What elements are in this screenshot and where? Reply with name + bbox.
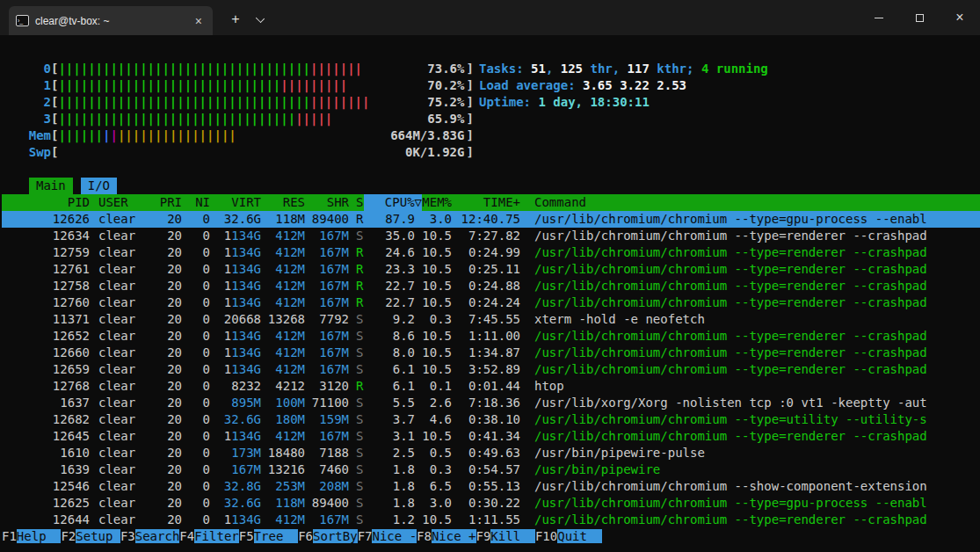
cell-virt: 32.8G (210, 478, 261, 495)
column-header-time[interactable]: TIME+ (452, 194, 520, 211)
column-header-res[interactable]: RES (261, 194, 305, 211)
cell-pri: 20 (158, 278, 182, 294)
screen-tab-main[interactable]: Main (29, 178, 73, 194)
process-row-12682[interactable]: 12682clear20032.6G180M159MS3.74.60:38.10… (2, 411, 980, 428)
cell-time: 1:11.55 (452, 512, 520, 528)
cell-time: 0:54.57 (452, 461, 520, 478)
fkey-f7-nice[interactable]: F7Nice - (358, 529, 417, 543)
cell-time: 7:27.82 (452, 228, 520, 244)
maximize-button[interactable] (899, 0, 940, 35)
column-header-ni[interactable]: NI (182, 194, 210, 211)
cell-res: 412M (261, 228, 305, 244)
screen-tab-i-o[interactable]: I/O (81, 178, 117, 194)
process-row-11371[interactable]: 11371clear20020668132687792S9.20.37:45.5… (2, 311, 980, 328)
fkey-label: F9 (476, 529, 491, 543)
cell-time: 1:11.00 (452, 328, 520, 345)
process-row-12626[interactable]: 12626clear20032.6G118M89400R87.93.012:40… (2, 211, 980, 228)
cell-res: 412M (261, 261, 305, 278)
column-header-pid[interactable]: PID (2, 194, 90, 211)
cell-pri: 20 (158, 428, 182, 445)
process-row-1637[interactable]: 1637clear200895M100M71100S5.52.67:18.36/… (2, 395, 980, 411)
cell-mem: 10.5 (422, 328, 452, 345)
close-button[interactable]: × (940, 0, 980, 35)
meter-bracket: [ (51, 112, 58, 126)
process-row-12659[interactable]: 12659clear2001134G412M167MS6.110.53:52.8… (2, 361, 980, 378)
fkey-label: F6 (298, 529, 313, 543)
text-run: 180M (275, 412, 305, 426)
text-run: 3.22 (620, 78, 657, 92)
fkey-f6-sortby[interactable]: F6SortBy (298, 529, 357, 543)
new-tab-button[interactable]: + (225, 11, 246, 28)
cell-cpu: 5.5 (364, 395, 422, 411)
tab-dropdown-chevron-icon[interactable] (257, 15, 265, 23)
column-header-pri[interactable]: PRI (158, 194, 182, 211)
fkey-f4-filter[interactable]: F4Filter (179, 529, 238, 543)
cell-user: clear (90, 228, 158, 244)
fkey-f5-tree[interactable]: F5Tree (239, 529, 298, 543)
process-row-12660[interactable]: 12660clear2001134G412M167MS8.010.51:34.8… (2, 345, 980, 361)
cell-virt: 173M (210, 445, 261, 461)
process-row-1639[interactable]: 1639clear200167M132167460S1.80.30:54.57/… (2, 461, 980, 478)
process-row-12645[interactable]: 12645clear2001134G412M167MS3.110.50:41.3… (2, 428, 980, 445)
cell-time: 0:24.99 (452, 244, 520, 261)
cell-mem: 10.5 (422, 512, 452, 528)
cell-ni: 0 (182, 345, 210, 361)
text-run: 4 running (701, 62, 768, 76)
table-header-row: PIDUSERPRINIVIRTRESSHRSCPU%▽MEM%TIME+Com… (2, 194, 980, 211)
text-run: 134G (231, 429, 261, 443)
cell-virt: 1134G (210, 361, 261, 378)
process-row-12644[interactable]: 12644clear2001134G412M167MS1.210.51:11.5… (2, 512, 980, 528)
tab-close-icon[interactable]: × (192, 14, 206, 28)
process-row-12625[interactable]: 12625clear20032.6G118M89400S1.83.00:30.2… (2, 495, 980, 512)
fkey-f1-help[interactable]: F1Help (2, 529, 61, 543)
process-row-12760[interactable]: 12760clear2001134G412M167MR22.710.50:24.… (2, 294, 980, 311)
column-header-user[interactable]: USER (90, 194, 158, 211)
cell-res: 118M (261, 495, 305, 512)
cell-shr: 167M (305, 328, 349, 345)
fkey-f8-nice+[interactable]: F8Nice + (417, 529, 475, 543)
process-row-1610[interactable]: 1610clear200173M184807188S2.50.50:49.63/… (2, 445, 980, 461)
cell-pri: 20 (158, 495, 182, 512)
cell-s: S (349, 411, 364, 428)
process-row-12634[interactable]: 12634clear2001134G412M167MS35.010.57:27.… (2, 228, 980, 244)
text-run: 32.8G (224, 479, 261, 493)
fkey-f9-kill[interactable]: F9Kill (476, 529, 535, 543)
process-row-12759[interactable]: 12759clear2001134G412M167MR24.610.50:24.… (2, 244, 980, 261)
fkey-f10-quit[interactable]: F10Quit (535, 529, 602, 543)
fkey-f3-search[interactable]: F3Search (120, 529, 179, 543)
process-row-12758[interactable]: 12758clear2001134G412M167MR22.710.50:24.… (2, 278, 980, 294)
cell-user: clear (90, 411, 158, 428)
column-header-mem[interactable]: MEM% (422, 194, 452, 211)
cell-pid: 12758 (2, 278, 90, 294)
meter-value: 70.2% (427, 77, 464, 94)
text-run: 125 (561, 62, 583, 76)
meter-1: 1[||||||||||||||||||||||||||||||||||||||… (2, 77, 479, 94)
column-header-cmd[interactable]: Command (520, 194, 980, 211)
cell-s: S (349, 512, 364, 528)
process-row-12761[interactable]: 12761clear2001134G412M167MR23.310.50:25.… (2, 261, 980, 278)
cell-pid: 12760 (2, 294, 90, 311)
fkey-f2-setup[interactable]: F2Setup (61, 529, 120, 543)
process-row-12652[interactable]: 12652clear2001134G412M167MS8.610.51:11.0… (2, 328, 980, 345)
cell-mem: 10.5 (422, 345, 452, 361)
column-header-shr[interactable]: SHR (305, 194, 349, 211)
minimize-button[interactable] (859, 0, 899, 35)
cell-pid: 12546 (2, 478, 90, 495)
function-key-bar: F1Help F2Setup F3SearchF4FilterF5Tree F6… (2, 528, 980, 545)
column-header-cpu[interactable]: CPU%▽ (364, 194, 422, 211)
column-header-s[interactable]: S (349, 194, 364, 211)
cell-shr: 167M (305, 244, 349, 261)
column-header-virt[interactable]: VIRT (210, 194, 261, 211)
htop-screen: 0[||||||||||||||||||||||||||||||||||||||… (0, 35, 980, 552)
cell-cmd: /usr/lib/chromium/chromium --type=gpu-pr… (520, 495, 980, 512)
cell-pri: 20 (158, 361, 182, 378)
cell-shr: 7460 (305, 461, 349, 478)
process-row-12546[interactable]: 12546clear20032.8G253M208MS1.86.50:55.13… (2, 478, 980, 495)
text-run: 167M (319, 279, 349, 293)
terminal-tab[interactable]: ›_ clear@tv-box: ~ × (9, 6, 213, 35)
cell-virt: 167M (210, 461, 261, 478)
cell-user: clear (90, 294, 158, 311)
meter-bar-segment: |||||||||||||||||||||||||||||||||| (58, 95, 310, 109)
process-row-12768[interactable]: 12768clear200823242123120R6.10.10:01.44h… (2, 378, 980, 395)
meter-label: 3 (2, 111, 51, 127)
